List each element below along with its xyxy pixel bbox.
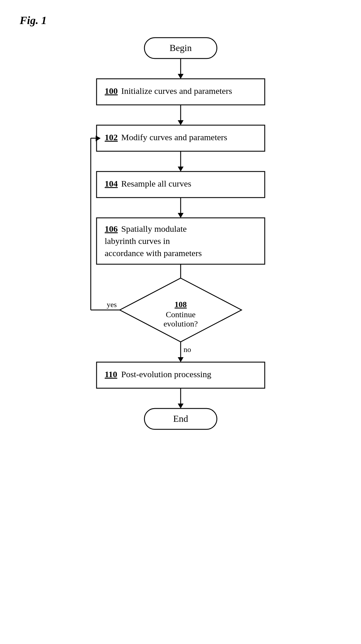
svg-text:Post-evolution processing: Post-evolution processing	[121, 369, 211, 379]
svg-text:yes: yes	[107, 300, 117, 309]
flowchart-svg: Begin 100 Initialize curves and paramete…	[79, 29, 282, 637]
svg-marker-42	[178, 404, 184, 408]
svg-text:Continue: Continue	[166, 310, 195, 319]
svg-text:104: 104	[105, 179, 118, 188]
svg-text:110: 110	[105, 369, 117, 379]
svg-text:Spatially modulate: Spatially modulate	[121, 224, 187, 233]
svg-text:Modify curves and parameters: Modify curves and parameters	[121, 132, 227, 142]
svg-text:Begin: Begin	[169, 43, 191, 53]
svg-marker-3	[178, 74, 184, 79]
flowchart-container: Begin 100 Initialize curves and paramete…	[79, 29, 282, 638]
svg-text:evolution?: evolution?	[163, 319, 197, 328]
svg-text:100: 100	[105, 86, 118, 96]
figure-label: Fig. 1	[20, 14, 47, 27]
svg-text:accordance with parameters: accordance with parameters	[105, 248, 202, 258]
svg-text:no: no	[184, 345, 191, 354]
svg-text:106: 106	[105, 224, 118, 233]
svg-text:labyrinth curves in: labyrinth curves in	[105, 236, 170, 246]
svg-text:Resample all curves: Resample all curves	[121, 179, 191, 188]
svg-marker-8	[178, 120, 184, 125]
svg-marker-18	[178, 213, 184, 218]
svg-marker-37	[178, 357, 184, 362]
svg-text:108: 108	[175, 300, 187, 309]
svg-text:Initialize curves and paramete: Initialize curves and parameters	[121, 86, 232, 96]
svg-text:102: 102	[105, 132, 118, 142]
svg-marker-13	[178, 167, 184, 172]
page: Fig. 1 Begin 100 Initialize curves and p…	[0, 0, 361, 644]
svg-text:End: End	[173, 413, 188, 424]
